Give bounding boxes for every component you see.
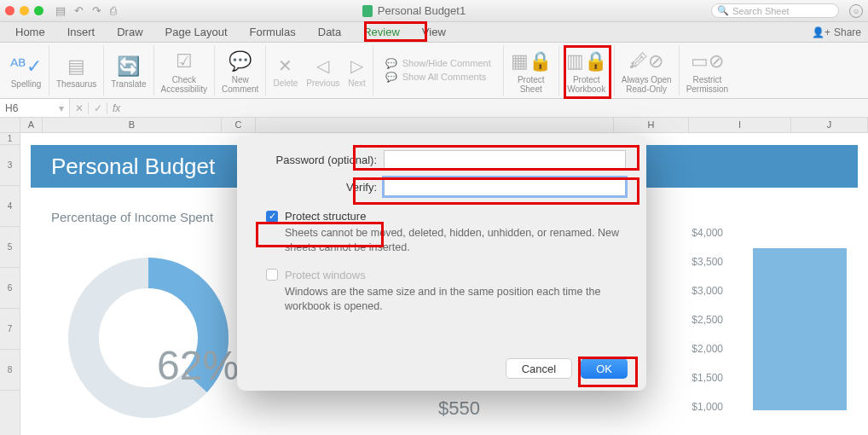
tab-insert[interactable]: Insert: [59, 24, 104, 40]
row-4[interactable]: 4: [0, 186, 20, 227]
windows-description: Windows are the same size and in the sam…: [285, 285, 626, 314]
new-comment-icon: 💬: [229, 48, 252, 75]
spelling-icon: ᴬᴮ✓: [10, 52, 42, 79]
print-icon[interactable]: ⎙: [110, 4, 117, 17]
checkbox-checked-icon: ✓: [266, 211, 278, 223]
search-placeholder: Search Sheet: [732, 6, 790, 16]
tab-data[interactable]: Data: [310, 24, 350, 40]
search-sheet-input[interactable]: 🔍 Search Sheet: [711, 3, 839, 18]
tab-home[interactable]: Home: [7, 24, 54, 40]
row-7[interactable]: 7: [0, 309, 20, 350]
thesaurus-button[interactable]: ▤Thesaurus: [49, 45, 104, 96]
user-account-icon[interactable]: ☺: [849, 4, 863, 18]
protect-workbook-dialog: Password (optional): Verify: ✓ Protect s…: [237, 135, 646, 391]
translate-icon: 🔄: [117, 52, 140, 79]
name-box[interactable]: H6▾: [0, 99, 70, 117]
comment-icon: 💬: [385, 59, 397, 68]
tab-review[interactable]: Review: [355, 24, 408, 40]
minimize-window-icon[interactable]: [20, 6, 29, 15]
search-icon: 🔍: [717, 5, 729, 16]
row-3[interactable]: 3: [0, 145, 20, 186]
close-window-icon[interactable]: [5, 6, 14, 15]
check-accessibility-button[interactable]: ☑Check Accessibility: [154, 45, 215, 96]
donut-percentage: 62%: [157, 342, 239, 389]
protect-structure-checkbox[interactable]: ✓ Protect structure: [266, 210, 626, 223]
comments-icon: 💬: [385, 72, 397, 82]
col-J[interactable]: J: [791, 118, 868, 132]
donut-chart: [63, 252, 234, 423]
value-550: $550: [438, 397, 480, 420]
ok-button[interactable]: OK: [581, 358, 628, 379]
previous-icon: ◁: [316, 53, 329, 78]
redo-icon[interactable]: ↷: [92, 4, 101, 17]
translate-button[interactable]: 🔄Translate: [104, 45, 153, 96]
protect-sheet-icon: ▦🔒: [511, 48, 552, 75]
tab-page-layout[interactable]: Page Layout: [157, 24, 236, 40]
undo-icon[interactable]: ↶: [74, 4, 84, 17]
document-title: Personal Budget1: [378, 4, 466, 17]
confirm-formula-icon[interactable]: ✓: [89, 102, 107, 114]
delete-icon: ✕: [278, 53, 292, 78]
protect-workbook-icon: ▥🔒: [566, 48, 607, 75]
excel-doc-icon: [362, 5, 373, 17]
protect-sheet-button[interactable]: ▦🔒Protect Sheet: [504, 45, 559, 96]
protect-structure-label: Protect structure: [285, 210, 366, 223]
verify-label: Verify:: [258, 181, 377, 194]
next-icon: ▷: [350, 53, 363, 78]
accessibility-icon: ☑: [176, 48, 193, 75]
delete-comment-button[interactable]: ✕Delete: [273, 53, 298, 88]
fx-label[interactable]: fx: [107, 102, 120, 114]
column-headers[interactable]: A B C H I J: [0, 118, 868, 133]
cancel-button[interactable]: Cancel: [506, 358, 572, 379]
password-label: Password (optional):: [258, 154, 377, 166]
thesaurus-icon: ▤: [67, 52, 85, 79]
protect-windows-checkbox: ✓ Protect windows: [266, 269, 626, 281]
next-comment-button[interactable]: ▷Next: [348, 53, 366, 88]
restrict-permission-button[interactable]: ▭⊘Restrict Permission: [680, 45, 735, 96]
formula-bar: H6▾ ✕ ✓ fx: [0, 99, 868, 118]
readonly-icon: 🖉⊘: [629, 48, 663, 75]
col-A[interactable]: A: [20, 118, 43, 132]
row-6[interactable]: 6: [0, 268, 20, 309]
protect-workbook-button[interactable]: ▥🔒Protect Workbook: [559, 45, 615, 96]
row-headers[interactable]: 1 3 4 5 6 7 8: [0, 133, 20, 435]
quick-access-toolbar: ▤ ↶ ↷ ⎙: [55, 4, 117, 17]
show-all-comments-button[interactable]: 💬Show All Comments: [385, 72, 491, 82]
save-icon[interactable]: ▤: [55, 4, 66, 17]
row-8[interactable]: 8: [0, 350, 20, 391]
bar-chart-bar: [753, 248, 847, 410]
window-controls[interactable]: [5, 6, 43, 15]
new-comment-button[interactable]: 💬New Comment: [215, 45, 266, 96]
ribbon: ᴬᴮ✓Spelling ▤Thesaurus 🔄Translate ☑Check…: [0, 43, 868, 99]
verify-input[interactable]: [384, 177, 626, 196]
row-1[interactable]: 1: [0, 133, 20, 145]
subtitle-text: Percentage of Income Spent: [51, 210, 213, 224]
password-input[interactable]: [384, 150, 626, 169]
titlebar: ▤ ↶ ↷ ⎙ Personal Budget1 🔍 Search Sheet …: [0, 0, 868, 22]
checkbox-unchecked-icon: ✓: [266, 269, 278, 281]
always-open-readonly-button[interactable]: 🖉⊘Always Open Read-Only: [615, 45, 680, 96]
share-button[interactable]: 👤+ Share: [812, 26, 861, 38]
structure-description: Sheets cannot be moved, deleted, hidden,…: [285, 226, 626, 255]
restrict-icon: ▭⊘: [691, 48, 724, 75]
zoom-window-icon[interactable]: [34, 6, 43, 15]
tab-draw[interactable]: Draw: [108, 24, 151, 40]
tab-view[interactable]: View: [414, 24, 454, 40]
col-H[interactable]: H: [614, 118, 689, 132]
protect-windows-label: Protect windows: [285, 269, 366, 281]
ribbon-tabs: Home Insert Draw Page Layout Formulas Da…: [0, 22, 868, 43]
bar-chart-y-axis: $4,000 $3,500 $3,000 $2,500 $2,000 $1,50…: [692, 227, 723, 413]
previous-comment-button[interactable]: ◁Previous: [306, 53, 339, 88]
tab-formulas[interactable]: Formulas: [241, 24, 304, 40]
row-5[interactable]: 5: [0, 227, 20, 268]
cancel-formula-icon[interactable]: ✕: [70, 102, 89, 114]
show-hide-comment-button[interactable]: 💬Show/Hide Comment: [385, 59, 491, 68]
share-label: Share: [834, 26, 861, 38]
spelling-button[interactable]: ᴬᴮ✓Spelling: [3, 45, 49, 96]
col-C[interactable]: C: [222, 118, 256, 132]
col-B[interactable]: B: [43, 118, 222, 132]
col-I[interactable]: I: [689, 118, 791, 132]
